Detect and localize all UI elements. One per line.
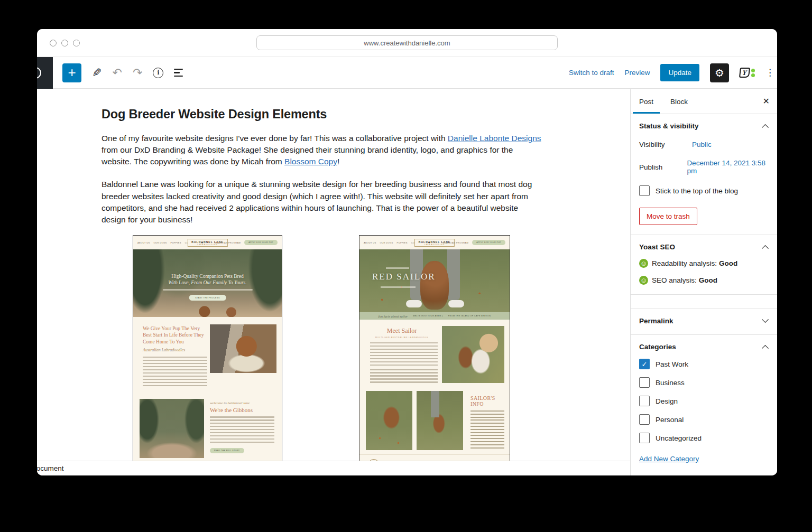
mock-hero-heading: High-Quality Companion Pets Bred With Lo… (133, 274, 282, 286)
edit-mode-icon[interactable]: ✎ (92, 66, 102, 80)
category-checkbox[interactable] (639, 433, 650, 443)
publish-date-button[interactable]: December 14, 2021 3:58 pm (687, 159, 769, 175)
details-info-icon[interactable]: i (153, 68, 163, 78)
mock-guardian-link: GUARDIAN PROGRAM (442, 241, 468, 244)
visibility-value-button[interactable]: Public (692, 141, 712, 148)
mock-section-heading: We Give Your Pup The Very Best Start In … (143, 325, 209, 345)
list-view-icon[interactable] (174, 69, 183, 77)
category-label[interactable]: Uncategorized (656, 434, 702, 442)
panel-permalink-header[interactable]: Permalink (639, 317, 769, 325)
yoast-seo-button[interactable]: Y (740, 68, 755, 78)
switch-to-draft-button[interactable]: Switch to draft (569, 69, 614, 77)
stick-checkbox[interactable] (639, 185, 650, 196)
mock-puppy-photo (366, 391, 412, 450)
mock-nav-item: ABOUT US (364, 241, 376, 244)
mock-shoe-shape (448, 300, 464, 307)
category-label[interactable]: Business (656, 379, 685, 387)
post-paragraph-2[interactable]: Baldonnel Lane was looking for a unique … (102, 179, 543, 226)
mock-text-placeholder (143, 357, 207, 386)
panel-status-header[interactable]: Status & visibility (639, 122, 769, 130)
mock-section-meet-sailor: Meet Sailor MULTI-GEN AUSTRALIAN LABRADO… (359, 320, 510, 389)
chevron-up-icon (762, 245, 769, 252)
breadcrumb[interactable]: Document (37, 464, 64, 472)
yoast-icon: Y (739, 68, 750, 78)
mock-strip-script: fun facts about sailor (379, 314, 408, 318)
zoom-window-icon[interactable] (73, 40, 80, 46)
category-row-design[interactable]: Design (639, 396, 769, 406)
mock-section-heading: We're the Gibbons (210, 407, 275, 413)
move-to-trash-button[interactable]: Move to trash (639, 208, 697, 225)
mock-nav-item: ABOUT US (137, 241, 150, 244)
mock-section-sailors-info: SAILOR'S INFO (359, 389, 510, 454)
address-bar[interactable]: www.createwithdanielle.com (256, 35, 558, 50)
yoast-status-dots (751, 69, 755, 77)
category-row-business[interactable]: Business (639, 377, 769, 388)
mock-nav-links: ABOUT US OUR DOGS PUPPIES CONTACT (364, 241, 423, 244)
traffic-lights (50, 40, 80, 46)
preview-button[interactable]: Preview (624, 69, 650, 77)
add-new-category-link[interactable]: Add New Category (639, 455, 699, 463)
post-title[interactable]: Dog Breeder Website Design Elements (102, 107, 555, 122)
category-checkbox[interactable] (639, 377, 650, 388)
mock-nav-item: OUR DOGS (154, 241, 167, 244)
mock-nav-right: GUARDIAN PROGRAM APPLY FOR YOUR PUP (215, 240, 278, 245)
minimize-window-icon[interactable] (61, 40, 68, 46)
mock-hero-subtext-placeholder (163, 289, 253, 291)
mock-section-heading: Meet Sailor (370, 327, 433, 335)
mock-section-heading: SAILOR'S INFO (470, 395, 510, 407)
settings-gear-button[interactable]: ⚙ (710, 63, 729, 82)
redo-icon[interactable]: ↷ (133, 66, 142, 80)
website-screenshot-sailor[interactable]: ABOUT US OUR DOGS PUPPIES CONTACT BALD◆N… (359, 235, 510, 475)
mock-hero-photo: High-Quality Companion Pets Bred With Lo… (133, 249, 282, 317)
browser-titlebar: www.createwithdanielle.com (37, 29, 777, 57)
panel-categories: Categories ✓ Past Work Business (631, 335, 777, 473)
mock-info-block: SAILOR'S INFO (470, 395, 510, 450)
paragraph-text: ! (337, 157, 339, 166)
tab-block[interactable]: Block (662, 89, 696, 114)
category-row-uncategorized[interactable]: Uncategorized (639, 433, 769, 443)
mock-shoe-shape (406, 300, 422, 307)
panel-yoast-header[interactable]: Yoast SEO (639, 243, 769, 251)
category-row-personal[interactable]: Personal (639, 414, 769, 425)
seo-analysis-row: ☺ SEO analysis: Good (639, 276, 769, 285)
mock-hero-button: START THE PROCESS (189, 295, 226, 301)
stick-label[interactable]: Stick to the top of the blog (656, 187, 738, 195)
close-window-icon[interactable] (50, 40, 57, 46)
document-breadcrumb-bar: Document (37, 461, 630, 475)
website-screenshot-home[interactable]: ABOUT US OUR DOGS PUPPIES CONTACT BALD◆N… (133, 235, 282, 475)
blossom-copy-link[interactable]: Blossom Copy (284, 157, 337, 166)
update-button[interactable]: Update (660, 64, 699, 81)
wordpress-logo-icon[interactable] (37, 57, 53, 89)
chevron-up-icon (762, 345, 769, 352)
add-block-button[interactable]: + (62, 63, 81, 82)
category-checkbox[interactable]: ✓ (639, 359, 650, 369)
stick-to-top-row[interactable]: Stick to the top of the blog (639, 185, 769, 196)
readability-value: Good (719, 259, 737, 267)
panel-permalink: Permalink (631, 309, 777, 335)
category-label[interactable]: Personal (656, 416, 684, 424)
mock-section-gibbons: welcome to baldonnel lane We're the Gibb… (133, 394, 282, 469)
tab-post[interactable]: Post (631, 89, 662, 114)
mock-text-placeholder (210, 416, 274, 444)
category-label[interactable]: Design (656, 397, 678, 405)
mock-nav: ABOUT US OUR DOGS PUPPIES CONTACT BALD◆N… (359, 236, 510, 249)
mock-strip-item: FROM THE ISLAND OF CAPE BRETON (448, 315, 491, 317)
mock-section-pup-start: We Give Your Pup The Very Best Start In … (133, 317, 282, 394)
category-label[interactable]: Past Work (656, 360, 688, 368)
smiley-good-icon: ☺ (639, 259, 648, 268)
mock-leg-shape (447, 249, 460, 300)
mock-guardian-link: GUARDIAN PROGRAM (215, 241, 241, 244)
mock-read-story-button: READ THE FULL STORY (210, 448, 244, 453)
mock-hero-subtext-placeholder (381, 286, 416, 288)
more-options-icon[interactable]: ⋮ (765, 71, 770, 74)
mock-nav: ABOUT US OUR DOGS PUPPIES CONTACT BALD◆N… (133, 236, 282, 249)
panel-categories-header[interactable]: Categories (639, 343, 769, 351)
mock-fun-facts-strip: fun facts about sailor MELTS INTO YOUR A… (359, 312, 510, 320)
post-paragraph-1[interactable]: One of my favourite website designs I've… (102, 133, 543, 167)
category-checkbox[interactable] (639, 396, 650, 406)
close-sidebar-icon[interactable]: ✕ (763, 96, 770, 106)
category-row-past-work[interactable]: ✓ Past Work (639, 359, 769, 369)
category-checkbox[interactable] (639, 414, 650, 425)
danielle-labonte-link[interactable]: Danielle Labonte Designs (448, 134, 541, 143)
undo-icon[interactable]: ↶ (112, 66, 122, 80)
